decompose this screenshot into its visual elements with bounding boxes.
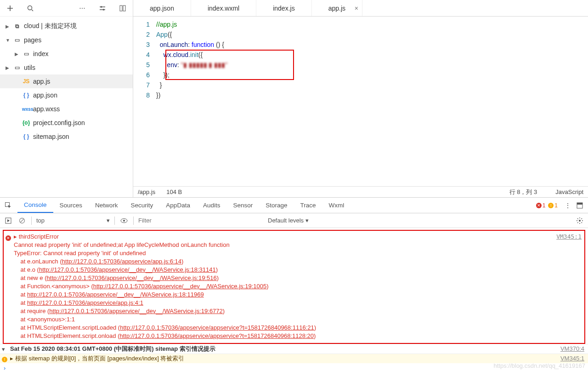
tree-item-pages[interactable]: ▼▭pages xyxy=(0,33,133,47)
svg-rect-7 xyxy=(577,203,582,205)
config-icon: {o} xyxy=(22,120,30,126)
highlight-box xyxy=(165,50,294,80)
folder-open-icon: ▭ xyxy=(13,37,21,43)
log-levels-select[interactable]: Default levels ▾ xyxy=(268,217,309,224)
tree-item-project-config[interactable]: {o}project.config.json xyxy=(0,116,133,130)
svg-rect-2 xyxy=(103,9,104,10)
log-text: Sat Feb 15 2020 08:34:01 GMT+0800 (中国标准时… xyxy=(10,345,215,353)
tree-label: app.json xyxy=(33,91,57,99)
devtools-tabs: Console Sources Network Security AppData… xyxy=(0,198,588,213)
tree-label: app.js xyxy=(33,78,50,85)
source-link[interactable]: VM345:1 xyxy=(556,233,582,241)
editor-tabs: app.json index.wxml index.js app.js× xyxy=(133,0,588,17)
devtools-tab-trace[interactable]: Trace xyxy=(294,198,322,213)
watermark: https://blog.csdn.net/qq_41619167 xyxy=(494,362,586,370)
devtools-tab-console[interactable]: Console xyxy=(17,198,53,213)
svg-point-0 xyxy=(28,6,32,10)
svg-point-11 xyxy=(123,220,125,222)
console-error: ✕ VM345:1 ▸ thirdScriptError Cannot read… xyxy=(3,230,585,344)
split-editor-icon[interactable] xyxy=(118,4,127,13)
tree-item-app-json[interactable]: { }app.json xyxy=(0,88,133,102)
console-settings-icon[interactable] xyxy=(575,216,584,225)
line-gutter: 12345678 xyxy=(133,19,156,186)
error-title: thirdScriptError xyxy=(19,233,59,240)
chevron-down-icon: ▼ xyxy=(6,38,10,43)
tab-index-wxml[interactable]: index.wxml xyxy=(191,0,256,16)
log-text: 根据 sitemap 的规则[0]，当前页面 [pages/index/inde… xyxy=(15,354,184,363)
devtools-tab-sensor[interactable]: Sensor xyxy=(226,198,259,213)
tab-label: index.wxml xyxy=(208,5,239,12)
code-editor[interactable]: 12345678 //app.js App({ onLaunch: functi… xyxy=(133,17,588,186)
tab-label: index.js xyxy=(273,5,294,12)
tree-label: cloud | 未指定环境 xyxy=(24,22,77,30)
tab-app-js[interactable]: app.js× xyxy=(312,0,362,16)
tab-label: app.json xyxy=(150,5,174,12)
more-vert-icon[interactable]: ⋮ xyxy=(563,201,572,210)
tree-item-app-js[interactable]: JSapp.js xyxy=(0,74,133,88)
tree-label: sitemap.json xyxy=(33,133,69,140)
cloud-folder-icon: ⧉ xyxy=(13,23,21,29)
status-size: 104 B xyxy=(166,188,182,195)
devtools-tab-appdata[interactable]: AppData xyxy=(159,198,197,213)
tree-item-sitemap[interactable]: { }sitemap.json xyxy=(0,130,133,143)
tree-label: utils xyxy=(24,64,35,71)
clear-console-icon[interactable] xyxy=(17,216,27,225)
js-icon: JS xyxy=(22,78,30,85)
add-icon[interactable] xyxy=(6,4,15,13)
warning-count-badge[interactable]: !1 xyxy=(548,202,558,209)
devtools-tab-security[interactable]: Security xyxy=(124,198,160,213)
status-cursor[interactable]: 行 8，列 3 xyxy=(509,188,537,196)
explorer-toolbar: ··· xyxy=(0,0,133,17)
stack-trace: at e.onLaunch (http://127.0.0.1:57036/ap… xyxy=(14,257,582,340)
chevron-right-icon: ▶ xyxy=(6,65,10,70)
close-icon[interactable]: × xyxy=(355,5,358,12)
status-lang[interactable]: JavaScript xyxy=(555,188,583,195)
error-count-badge[interactable]: ✕1 xyxy=(536,202,546,209)
inspect-element-icon[interactable] xyxy=(4,201,13,210)
svg-rect-1 xyxy=(101,6,102,7)
console-output[interactable]: ✕ VM345:1 ▸ thirdScriptError Cannot read… xyxy=(0,228,588,371)
devtools-tab-wxml[interactable]: Wxml xyxy=(322,198,351,213)
file-explorer: ··· ▶⧉cloud | 未指定环境 ▼▭pages ▶▭index ▶▭ut… xyxy=(0,0,133,197)
chevron-right-icon: ▶ xyxy=(15,51,19,57)
chevron-right-icon: ▶ xyxy=(6,24,10,29)
code-body[interactable]: //app.js App({ onLaunch: function () { w… xyxy=(156,19,227,186)
tab-app-json[interactable]: app.json xyxy=(133,0,191,16)
tree-item-index[interactable]: ▶▭index xyxy=(0,47,133,61)
context-selector[interactable]: top▾ xyxy=(36,217,110,224)
error-msg-2: TypeError: Cannot read property 'init' o… xyxy=(14,249,582,257)
dock-icon[interactable] xyxy=(575,201,584,210)
tree-label: project.config.json xyxy=(33,119,85,126)
filter-input[interactable] xyxy=(138,217,258,224)
console-toolbar: top▾ Default levels ▾ xyxy=(0,213,588,228)
json-icon: { } xyxy=(22,133,30,140)
chevron-right-icon[interactable]: ▸ xyxy=(10,354,13,363)
play-icon[interactable] xyxy=(4,216,13,225)
search-icon[interactable] xyxy=(26,4,35,13)
console-info-row: ▾ Sat Feb 15 2020 08:34:01 GMT+0800 (中国标… xyxy=(0,344,588,354)
wxss-icon: wxss xyxy=(22,107,30,112)
more-icon[interactable]: ··· xyxy=(78,4,87,13)
tree-label: index xyxy=(33,50,48,57)
devtools-tab-sources[interactable]: Sources xyxy=(53,198,89,213)
devtools-tab-storage[interactable]: Storage xyxy=(259,198,294,213)
devtools-tab-audits[interactable]: Audits xyxy=(197,198,227,213)
status-path: /app.js xyxy=(138,188,155,195)
settings-sliders-icon[interactable] xyxy=(98,4,107,13)
svg-rect-3 xyxy=(120,6,122,11)
editor-area: app.json index.wxml index.js app.js× 123… xyxy=(133,0,588,197)
folder-icon: ▭ xyxy=(22,51,30,57)
live-expression-icon[interactable] xyxy=(119,216,129,225)
source-link[interactable]: VM370:4 xyxy=(560,345,584,353)
tree-item-utils[interactable]: ▶▭utils xyxy=(0,61,133,74)
tree-item-app-wxss[interactable]: wxssapp.wxss xyxy=(0,102,133,116)
file-tree: ▶⧉cloud | 未指定环境 ▼▭pages ▶▭index ▶▭utils … xyxy=(0,17,133,197)
editor-statusbar: /app.js 104 B 行 8，列 3 JavaScript xyxy=(133,186,588,197)
tree-label: pages xyxy=(24,36,41,44)
svg-rect-4 xyxy=(123,6,125,11)
devtools-tab-network[interactable]: Network xyxy=(89,198,124,213)
error-msg-1: Cannot read property 'init' of undefined… xyxy=(14,241,582,249)
tab-index-js[interactable]: index.js xyxy=(256,0,311,16)
chevron-down-icon[interactable]: ▾ xyxy=(2,345,5,354)
tree-item-cloud[interactable]: ▶⧉cloud | 未指定环境 xyxy=(0,19,133,33)
